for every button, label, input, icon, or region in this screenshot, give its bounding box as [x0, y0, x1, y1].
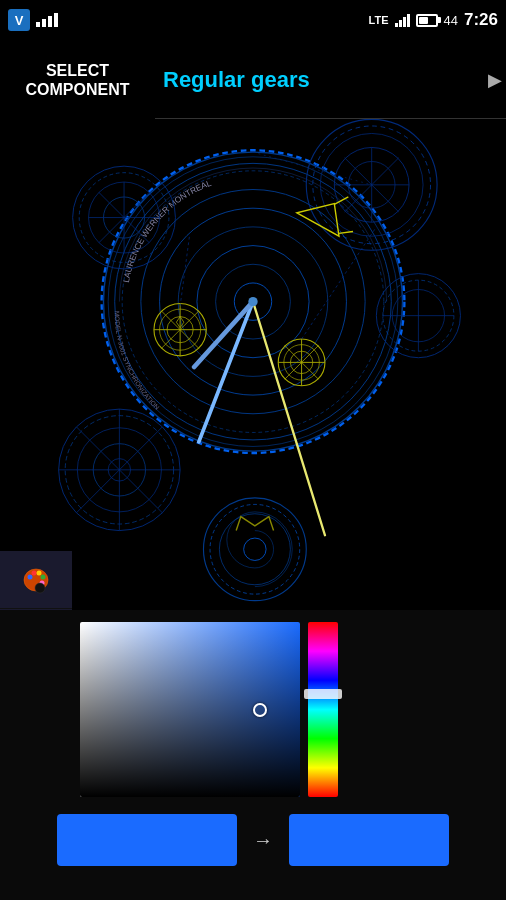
status-bar: V LTE 44 7:26: [0, 0, 506, 40]
battery-icon: [416, 14, 438, 27]
status-left: V: [8, 9, 58, 31]
status-right: LTE 44 7:26: [369, 10, 498, 30]
color-spectrum-slider[interactable]: [308, 622, 338, 797]
swatch-arrow: →: [253, 829, 273, 852]
clock-canvas: LAURENCE WERNER MONTREAL MODEL N·3001 SY…: [0, 40, 506, 610]
signal-bars: [395, 14, 410, 27]
svg-point-76: [32, 570, 37, 575]
color-picker-handle[interactable]: [253, 703, 267, 717]
battery-fill: [419, 17, 429, 24]
time-display: 7:26: [464, 10, 498, 30]
spectrum-handle[interactable]: [304, 689, 342, 699]
select-component-label[interactable]: SELECT COMPONENT: [0, 61, 155, 99]
svg-point-78: [41, 574, 46, 579]
svg-point-80: [35, 583, 45, 593]
v-app-icon: V: [8, 9, 30, 31]
palette-button[interactable]: [0, 551, 72, 609]
svg-point-75: [28, 574, 33, 579]
header: SELECT COMPONENT Regular gears ▶: [0, 40, 506, 120]
svg-point-70: [248, 297, 257, 306]
component-name: Regular gears: [155, 67, 488, 93]
lte-indicator: LTE: [369, 14, 389, 26]
color-from-swatch[interactable]: [57, 814, 237, 866]
color-picker-area[interactable]: [0, 610, 506, 805]
color-to-swatch[interactable]: [289, 814, 449, 866]
clock-blueprint-svg: LAURENCE WERNER MONTREAL MODEL N·3001 SY…: [0, 40, 506, 610]
svg-point-77: [37, 570, 42, 575]
color-gradient-picker[interactable]: [80, 622, 300, 797]
scroll-indicator: ▶: [488, 69, 502, 91]
battery-percent: 44: [444, 13, 458, 28]
notification-bars: [36, 13, 58, 27]
color-swatches-row: →: [0, 805, 506, 875]
header-divider: [155, 118, 506, 119]
bottom-toolbar: →: [0, 610, 506, 900]
palette-icon: [20, 564, 52, 596]
